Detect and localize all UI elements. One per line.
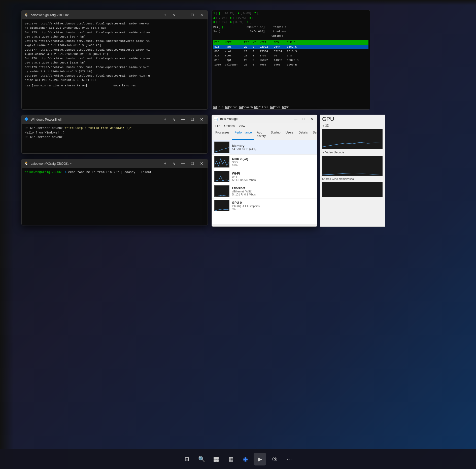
close-button[interactable]: ✕: [198, 11, 205, 18]
ps-close-button[interactable]: ✕: [198, 116, 205, 123]
htop-process-root1[interactable]: 806 root 20 0 75504 65284 7616 S: [213, 49, 368, 54]
htop-cpu-row-2: 2 [ 0.0%] 5 [| 0.7%] 8 [: [213, 16, 368, 20]
ps-output2: PS C:\Users\crloewen>: [25, 135, 205, 140]
htop-uptime: Uptime:: [213, 34, 368, 39]
gpu-video-decode-section: ∨ Video Decode: [320, 150, 385, 176]
gpu-shared-memory-section: Shared GPU memory usa: [320, 177, 385, 197]
tab-startup[interactable]: Startup: [268, 129, 283, 140]
resource-monitor-icon: ◉: [279, 226, 282, 227]
task-manager-menu: File Options View: [212, 123, 317, 129]
htop-process-root2[interactable]: 217 root 20 0 1752 76 0 S: [213, 54, 368, 58]
terminal-ubuntu-icon: 🐧: [24, 13, 29, 17]
terminal-linux2-body: caloewen@Craig-ZBOOK:~$ echo "And hello …: [22, 168, 208, 225]
tm-minimize-button[interactable]: —: [292, 116, 299, 122]
taskbar-terminal-button[interactable]: ▶: [254, 453, 266, 465]
minimize-button[interactable]: —: [180, 11, 187, 18]
tm-ethernet-label: Ethernet: [232, 186, 315, 190]
windows-start-button[interactable]: ⊞: [181, 453, 193, 465]
taskbar-search-button[interactable]: 🔍: [195, 453, 208, 465]
screen-edge-left: [0, 0, 14, 469]
maximize-button[interactable]: □: [189, 11, 196, 18]
linux2-cmd: echo "And hello from Linux!" | cowsay | …: [66, 171, 152, 174]
htop-cpu-row-1: 1 [||| 20.7%] 4 [ 0.0%] 7 [: [213, 11, 368, 16]
tab-users[interactable]: Users: [283, 129, 296, 140]
open-resource-monitor-button[interactable]: ◉ Open Resource Monitor: [279, 226, 315, 227]
htop-process-caloewen[interactable]: 1009 caloewen 20 0 7988 3468 3060 R: [213, 63, 368, 67]
apt-line-12: ny amd64 2:8.1.2269-1ubuntu5.3 [578 kB]: [25, 69, 205, 74]
apt-line-14: ntime all 2:8.1.2269-1ubuntu5.3 [5874 kB…: [25, 78, 205, 82]
htop-panel: 1 [||| 20.7%] 4 [ 0.0%] 7 [ 2 [ 0.0%] 5 …: [212, 10, 370, 110]
new-tab-button[interactable]: +: [162, 11, 169, 18]
tab-processes[interactable]: Processes: [213, 129, 232, 140]
apt-line-10: d64 2:8.1.2269-1ubuntu5.3 [1238 kB]: [25, 60, 205, 65]
htop-fkeys: F1Help F2Setup F3Search F4Filter F5Tree …: [212, 105, 370, 109]
taskbar-widgets-button[interactable]: ▦: [224, 453, 237, 465]
gpu-video-decode-graph: [322, 156, 383, 176]
tm-disk-info: Disk 0 (C:) SSD 81%: [232, 157, 315, 167]
apt-line-1: Get:174 http://archive.ubuntu.com/ubuntu…: [25, 21, 205, 26]
tab-dropdown-button[interactable]: ∨: [171, 11, 178, 18]
tm-gpu-value: 5%: [232, 208, 315, 211]
tm-maximize-button[interactable]: □: [300, 116, 307, 122]
task-manager-body: Memory 14.0/31.8 GB (44%) Disk 0 (C:) SS…: [212, 140, 317, 224]
powershell-icon: 🔷: [24, 117, 29, 122]
tm-disk-sub: SSD: [232, 161, 315, 164]
taskbar-more-button[interactable]: ⋯: [283, 453, 295, 465]
tm-disk-item[interactable]: Disk 0 (C:) SSD 81%: [212, 155, 317, 169]
chevron-up-icon: ∧: [214, 226, 217, 227]
gpu-shared-memory-label: Shared GPU memory usa: [320, 177, 385, 181]
tm-menu-options[interactable]: Options: [222, 123, 236, 128]
tm-close-button[interactable]: ✕: [309, 116, 315, 122]
taskbar: ⊞ 🔍 ▦ ◉ ▶ 🛍 ⋯: [0, 449, 476, 469]
terminal-linux2-titlebar: 🐧 caloewen@Craig-ZBOOK: ~ + ∨ — □ ✕: [22, 159, 208, 168]
fewer-details-button[interactable]: ∧ Fewer details: [214, 226, 235, 227]
f2-key[interactable]: F2Setup: [225, 106, 239, 109]
tm-wifi-item[interactable]: Wi-Fi Wi-Fi S: 4.2 R: 236 Mbps: [212, 169, 317, 184]
linux2-minimize-button[interactable]: —: [180, 160, 187, 167]
apt-line-13: Get:180 http://archive.ubuntu.com/ubuntu…: [25, 74, 205, 78]
ps-minimize-button[interactable]: —: [180, 116, 187, 123]
linux2-new-tab-button[interactable]: +: [162, 160, 169, 167]
ps-maximize-button[interactable]: □: [189, 116, 196, 123]
tab-performance[interactable]: Performance: [232, 129, 254, 140]
tm-wifi-info: Wi-Fi Wi-Fi S: 4.2 R: 236 Mbps: [232, 172, 315, 181]
tab-app-history[interactable]: App history: [254, 129, 268, 140]
ps-tab-dropdown-button[interactable]: ∨: [171, 116, 178, 123]
tab-services[interactable]: Services: [310, 129, 317, 140]
terminal-linux2-icon: 🐧: [24, 161, 29, 166]
f3-key[interactable]: F3Search: [239, 106, 254, 109]
tm-memory-item[interactable]: Memory 14.0/31.8 GB (44%): [212, 140, 317, 155]
tm-memory-graph: [214, 142, 229, 153]
tm-menu-file[interactable]: File: [213, 123, 222, 128]
taskbar-task-view-button[interactable]: [210, 453, 222, 465]
taskbar-edge-button[interactable]: ◉: [239, 453, 252, 465]
linux2-close-button[interactable]: ✕: [198, 160, 205, 167]
tm-ethernet-item[interactable]: Ethernet vEthernet (WSL) S: 101 R: 0.1 M…: [212, 184, 317, 198]
gpu-shared-svg: [322, 182, 383, 197]
tab-details[interactable]: Details: [296, 129, 310, 140]
apt-progress: 41% [180 vim-runtime 0 B/5874 kB 0%] 951…: [25, 83, 205, 88]
tm-memory-label: Memory: [232, 144, 315, 148]
f1-key[interactable]: F1Help: [213, 106, 225, 109]
f6-key[interactable]: F6So: [282, 106, 291, 109]
terminal-ubuntu-body: Get:174 http://archive.ubuntu.com/ubuntu…: [22, 19, 208, 110]
tm-ethernet-value: S: 101 R: 0.1 Mbps: [232, 193, 315, 196]
task-manager-titlebar: 📊 Task Manager — □ ✕: [212, 115, 317, 123]
f4-key[interactable]: F4Filter: [254, 106, 270, 109]
linux2-maximize-button[interactable]: □: [189, 160, 196, 167]
tm-gpu-item[interactable]: GPU 0 Intel(R) UHD Graphics 5%: [212, 198, 317, 213]
gpu-video-decode-label: ∨ Video Decode: [320, 150, 385, 155]
taskbar-store-button[interactable]: 🛍: [268, 453, 281, 465]
disk-graph-svg: [215, 156, 229, 168]
f5-key[interactable]: F5Tree: [270, 106, 282, 109]
linux2-tab-dropdown-button[interactable]: ∨: [171, 160, 178, 167]
ps-new-tab-button[interactable]: +: [162, 116, 169, 123]
gpu-3d-graph: [322, 129, 383, 149]
htop-process-apt[interactable]: 815 _apt 20 0 22932 9544 8552 S: [213, 45, 368, 49]
tm-gpu-sub: Intel(R) UHD Graphics: [232, 205, 315, 208]
apt-line-4: d64 2:8.1.2269-1ubuntu5.3 [50.4 kB]: [25, 35, 205, 39]
tm-menu-view[interactable]: View: [237, 123, 247, 128]
apt-line-2: kd-dispatcher all 2.1-2~ubuntu20.04.1 [1…: [25, 26, 205, 30]
gpu-3d-svg: [322, 129, 383, 149]
htop-process-apt2[interactable]: 813 _apt 20 0 25972 14352 10320 S: [213, 58, 368, 63]
